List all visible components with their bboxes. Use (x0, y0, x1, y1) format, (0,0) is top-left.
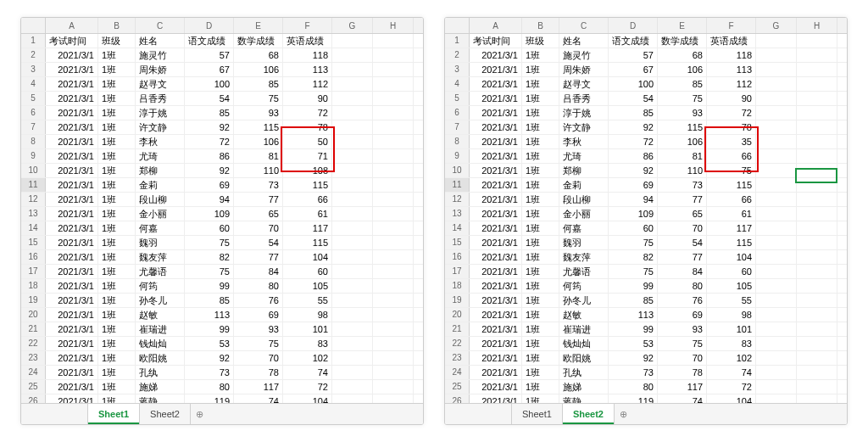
row-header-12[interactable]: 12 (445, 193, 470, 206)
cell-C5[interactable]: 吕香秀 (559, 92, 609, 105)
cell-C25[interactable]: 施娣 (136, 380, 185, 394)
cell-B10[interactable]: 1班 (98, 164, 136, 177)
cell-B2[interactable]: 1班 (522, 48, 559, 62)
cell-D12[interactable]: 94 (185, 193, 234, 206)
cell-F15[interactable]: 115 (283, 236, 332, 249)
cell-B8[interactable]: 1班 (98, 135, 136, 148)
header-cell-G[interactable] (756, 34, 797, 48)
cell-E20[interactable]: 69 (658, 308, 707, 322)
row-header-5[interactable]: 5 (21, 92, 46, 105)
row-header-1[interactable]: 1 (21, 34, 46, 48)
row-header-11[interactable]: 11 (21, 178, 46, 192)
cell-H21[interactable] (797, 322, 837, 336)
cell-C3[interactable]: 周朱娇 (136, 63, 185, 76)
cell-C6[interactable]: 淳于姚 (136, 106, 185, 120)
column-header-B[interactable]: B (522, 18, 559, 33)
cell-E16[interactable]: 77 (234, 250, 283, 264)
cell-B22[interactable]: 1班 (522, 337, 559, 350)
cell-D3[interactable]: 67 (609, 63, 658, 76)
cell-E19[interactable]: 76 (234, 294, 283, 307)
cell-C12[interactable]: 段山柳 (559, 193, 609, 206)
cell-A17[interactable]: 2021/3/1 (46, 265, 98, 278)
cell-B4[interactable]: 1班 (98, 77, 136, 91)
cell-F9[interactable]: 71 (283, 149, 332, 163)
cell-D21[interactable]: 99 (609, 322, 658, 336)
row-header-5[interactable]: 5 (445, 92, 470, 105)
column-header-D[interactable]: D (185, 18, 234, 33)
row-header-17[interactable]: 17 (21, 265, 46, 278)
cell-E20[interactable]: 69 (234, 308, 283, 322)
cell-F6[interactable]: 72 (707, 106, 756, 120)
cell-B19[interactable]: 1班 (98, 294, 136, 307)
cell-D6[interactable]: 85 (185, 106, 234, 120)
cell-B21[interactable]: 1班 (98, 322, 136, 336)
cell-B17[interactable]: 1班 (98, 265, 136, 278)
cell-E14[interactable]: 70 (658, 221, 707, 235)
row-header-20[interactable]: 20 (445, 308, 470, 322)
header-cell-H[interactable] (797, 34, 837, 48)
cell-E8[interactable]: 106 (658, 135, 707, 148)
cell-G13[interactable] (756, 207, 797, 221)
cell-F17[interactable]: 60 (707, 265, 756, 278)
cell-C5[interactable]: 吕香秀 (136, 92, 185, 105)
cell-A14[interactable]: 2021/3/1 (470, 221, 522, 235)
cell-A17[interactable]: 2021/3/1 (470, 265, 522, 278)
row-header-13[interactable]: 13 (21, 207, 46, 221)
cell-G23[interactable] (332, 351, 373, 365)
cell-D20[interactable]: 113 (185, 308, 234, 322)
cell-C15[interactable]: 魏羽 (559, 236, 609, 249)
cell-F13[interactable]: 61 (707, 207, 756, 221)
cell-G10[interactable] (332, 164, 373, 177)
cell-H13[interactable] (797, 207, 837, 221)
cell-G4[interactable] (332, 77, 373, 91)
cell-G7[interactable] (756, 120, 797, 134)
cell-D23[interactable]: 92 (609, 351, 658, 365)
cell-B6[interactable]: 1班 (522, 106, 559, 120)
cell-H7[interactable] (797, 120, 837, 134)
header-cell-D[interactable]: 语文成绩 (609, 34, 658, 48)
cell-G21[interactable] (332, 322, 373, 336)
cell-A20[interactable]: 2021/3/1 (46, 308, 98, 322)
cell-E11[interactable]: 73 (658, 178, 707, 192)
cell-C22[interactable]: 钱灿灿 (559, 337, 609, 350)
row-header-23[interactable]: 23 (21, 351, 46, 365)
cell-A7[interactable]: 2021/3/1 (470, 120, 522, 134)
cell-B20[interactable]: 1班 (522, 308, 559, 322)
cell-B14[interactable]: 1班 (522, 221, 559, 235)
cell-E21[interactable]: 93 (658, 322, 707, 336)
cell-H15[interactable] (797, 236, 837, 249)
cell-H12[interactable] (797, 193, 837, 206)
cell-G15[interactable] (756, 236, 797, 249)
cell-F2[interactable]: 118 (283, 48, 332, 62)
cell-F14[interactable]: 117 (283, 221, 332, 235)
cell-D15[interactable]: 75 (185, 236, 234, 249)
cell-H25[interactable] (373, 380, 414, 394)
cell-D23[interactable]: 92 (185, 351, 234, 365)
cell-C22[interactable]: 钱灿灿 (136, 337, 185, 350)
cell-G19[interactable] (332, 294, 373, 307)
header-cell-F[interactable]: 英语成绩 (707, 34, 756, 48)
row-header-17[interactable]: 17 (445, 265, 470, 278)
cell-G10[interactable] (756, 164, 797, 177)
cell-E19[interactable]: 76 (658, 294, 707, 307)
cell-E13[interactable]: 65 (658, 207, 707, 221)
cell-A18[interactable]: 2021/3/1 (46, 279, 98, 293)
cell-G8[interactable] (756, 135, 797, 148)
row-header-18[interactable]: 18 (445, 279, 470, 293)
row-header-22[interactable]: 22 (21, 337, 46, 350)
header-cell-B[interactable]: 班级 (522, 34, 559, 48)
row-header-14[interactable]: 14 (445, 221, 470, 235)
cell-G2[interactable] (756, 48, 797, 62)
cell-A2[interactable]: 2021/3/1 (470, 48, 522, 62)
cell-C8[interactable]: 李秋 (559, 135, 609, 148)
cell-B10[interactable]: 1班 (522, 164, 559, 177)
row-header-22[interactable]: 22 (445, 337, 470, 350)
cell-F3[interactable]: 113 (283, 63, 332, 76)
cell-G14[interactable] (756, 221, 797, 235)
header-cell-C[interactable]: 姓名 (559, 34, 609, 48)
cell-A21[interactable]: 2021/3/1 (46, 322, 98, 336)
column-header-E[interactable]: E (234, 18, 283, 33)
cell-F21[interactable]: 101 (283, 322, 332, 336)
cell-D2[interactable]: 57 (609, 48, 658, 62)
header-cell-E[interactable]: 数学成绩 (234, 34, 283, 48)
